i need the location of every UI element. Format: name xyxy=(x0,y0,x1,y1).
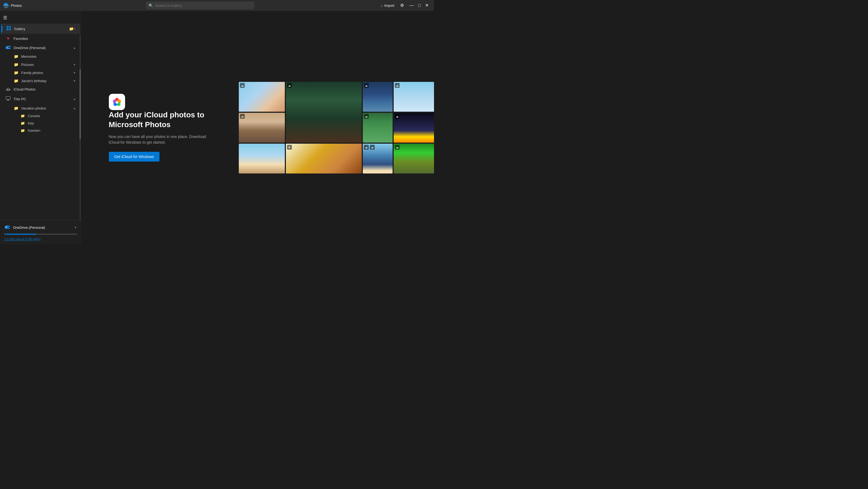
family-photos-folder-icon: 📁 xyxy=(13,70,19,75)
photo-cloud-icon: ☁ xyxy=(240,83,245,88)
promo-container: Add your iCloud photos to Microsoft Phot… xyxy=(109,82,407,173)
svg-rect-12 xyxy=(7,100,9,100)
svg-text:📷: 📷 xyxy=(4,3,8,8)
sidebar-item-sweden[interactable]: 📁 Sweden xyxy=(1,127,80,134)
sidebar-item-canada[interactable]: 📁 Canada xyxy=(1,112,80,119)
italy-label: Italy xyxy=(28,121,34,125)
icloud-label: iCloud Photos xyxy=(13,87,76,91)
import-icon: ↓ xyxy=(381,3,383,8)
import-label: Import xyxy=(384,3,394,8)
hamburger-icon: ☰ xyxy=(3,15,7,20)
sidebar-item-jacobs-birthday[interactable]: 📁 Jacob's birthday ▼ xyxy=(1,77,80,85)
photo-cell-city-night[interactable]: ☁ xyxy=(394,113,434,143)
onedrive-chevron-icon: ▲ xyxy=(73,46,76,49)
onedrive-bottom-chevron-icon: ▼ xyxy=(74,226,77,229)
sidebar-item-family-photos[interactable]: 📁 Family photos ▼ xyxy=(1,68,80,77)
svg-rect-3 xyxy=(9,26,11,28)
sidebar-item-favorites[interactable]: ♥ Favorites xyxy=(1,34,80,43)
sidebar-item-vacation-photos[interactable]: 📁 Vacation photos ▲ xyxy=(1,104,80,112)
photo-cell-blue-sky[interactable]: ☁ xyxy=(394,82,434,112)
sweden-folder-icon: 📁 xyxy=(21,128,25,133)
storage-text[interactable]: 2.2 GB used of 5 GB (44%) xyxy=(4,237,41,241)
onedrive-icon xyxy=(5,45,11,50)
sidebar-item-memories[interactable]: 📁 Memories xyxy=(1,52,80,60)
favorites-label: Favorites xyxy=(13,37,76,41)
sidebar-bottom: OneDrive (Personal) ▼ 2.2 GB used of 5 G… xyxy=(0,220,81,244)
thispc-chevron-icon: ▲ xyxy=(73,97,76,100)
promo-title: Add your iCloud photos to Microsoft Phot… xyxy=(109,110,217,130)
vacation-photos-folder-icon: 📁 xyxy=(13,106,19,110)
photo-cell-sunset-water[interactable]: ☁ xyxy=(363,82,393,112)
app-title: Photos xyxy=(11,3,22,8)
titlebar-left: 📷 Photos xyxy=(3,3,22,8)
photo-cell-food2[interactable]: ★ xyxy=(286,144,362,173)
onedrive-bottom-label: OneDrive (Personal) xyxy=(13,226,71,230)
memories-label: Memories xyxy=(21,55,76,59)
sidebar: ☰ Gallery 📁+ ♥ Favorites xyxy=(0,11,81,244)
jacobs-birthday-label: Jacob's birthday xyxy=(21,79,70,83)
memories-folder-icon: 📁 xyxy=(13,54,19,59)
maximize-button[interactable]: □ xyxy=(416,2,423,9)
get-icloud-button[interactable]: Get iCloud for Windows xyxy=(109,152,159,162)
sidebar-item-icloud[interactable]: iCloud Photos xyxy=(1,85,80,94)
pictures-folder-icon: 📁 xyxy=(13,62,19,67)
photo-cell-ocean[interactable]: ☁ ☁ xyxy=(363,144,393,173)
content-area: Add your iCloud photos to Microsoft Phot… xyxy=(81,11,434,244)
hamburger-button[interactable]: ☰ xyxy=(0,13,10,23)
photo-cloud-icon-6: ☁ xyxy=(364,114,369,119)
search-input[interactable] xyxy=(155,3,251,8)
svg-rect-5 xyxy=(9,28,11,30)
sidebar-top: ☰ Gallery 📁+ ♥ Favorites xyxy=(0,11,81,220)
settings-button[interactable]: ⚙ xyxy=(398,2,406,9)
promo-left: Add your iCloud photos to Microsoft Phot… xyxy=(109,94,217,162)
photo-cloud-icon-7: ☁ xyxy=(395,114,400,119)
photo-cell-beach[interactable] xyxy=(239,144,285,173)
thispc-label: This PC xyxy=(13,97,70,101)
storage-bar-container: 2.2 GB used of 5 GB (44%) xyxy=(4,234,77,241)
search-bar[interactable]: 🔍 xyxy=(146,2,254,9)
jacobs-birthday-folder-icon: 📁 xyxy=(13,79,19,83)
sidebar-bottom-onedrive[interactable]: OneDrive (Personal) ▼ xyxy=(4,224,77,231)
sidebar-item-gallery[interactable]: Gallery 📁+ xyxy=(1,24,80,34)
sidebar-section-thispc[interactable]: This PC ▲ xyxy=(1,94,80,104)
photo-cloud-icon-9: ☁ xyxy=(370,145,375,150)
search-icon: 🔍 xyxy=(149,3,153,8)
sidebar-scrollbar-thumb[interactable] xyxy=(80,69,81,140)
photo-cell-green-field[interactable]: ☁ xyxy=(363,113,393,143)
svg-rect-10 xyxy=(6,96,10,99)
photo-cloud-icon-8: ☁ xyxy=(364,145,369,150)
import-button[interactable]: ↓ Import xyxy=(378,2,397,9)
onedrive-bottom-icon xyxy=(4,225,10,230)
photo-cell-animals[interactable]: ☁ xyxy=(394,144,434,173)
sidebar-section-onedrive[interactable]: OneDrive (Personal) ▲ xyxy=(1,43,80,52)
svg-rect-11 xyxy=(7,99,9,100)
promo-desc: Now you can have all your photos in one … xyxy=(109,134,217,145)
photo-cell-trees[interactable]: ☁ xyxy=(286,82,362,143)
storage-bar-bg xyxy=(4,234,77,235)
svg-rect-4 xyxy=(6,28,8,30)
gallery-icon xyxy=(6,26,11,32)
vacation-photos-label: Vacation photos xyxy=(21,106,70,110)
storage-bar-fill xyxy=(4,234,36,235)
photo-star-icon: ★ xyxy=(287,145,292,150)
sidebar-item-pictures[interactable]: 📁 Pictures ▼ xyxy=(1,60,80,68)
main-layout: ☰ Gallery 📁+ ♥ Favorites xyxy=(0,11,434,244)
window-controls: — □ ✕ xyxy=(407,2,431,9)
thispc-icon xyxy=(5,96,11,102)
pictures-chevron-icon: ▼ xyxy=(73,63,76,66)
onedrive-personal-label: OneDrive (Personal) xyxy=(13,46,70,50)
jacobs-birthday-chevron-icon: ▼ xyxy=(73,80,76,82)
sweden-label: Sweden xyxy=(28,128,40,133)
close-button[interactable]: ✕ xyxy=(423,2,431,9)
sidebar-item-italy[interactable]: 📁 Italy xyxy=(1,119,80,127)
titlebar-right: ↓ Import ⚙ — □ ✕ xyxy=(378,2,431,9)
minimize-button[interactable]: — xyxy=(407,2,416,9)
italy-folder-icon: 📁 xyxy=(21,121,25,125)
icloud-logo xyxy=(109,94,125,110)
icloud-icon xyxy=(5,87,11,92)
svg-rect-2 xyxy=(6,26,8,28)
family-photos-chevron-icon: ▼ xyxy=(73,71,76,74)
add-folder-icon[interactable]: 📁+ xyxy=(69,27,76,31)
photo-cell-sky[interactable]: ☁ xyxy=(239,82,285,112)
photo-cell-dog[interactable]: ☁ xyxy=(239,113,285,143)
